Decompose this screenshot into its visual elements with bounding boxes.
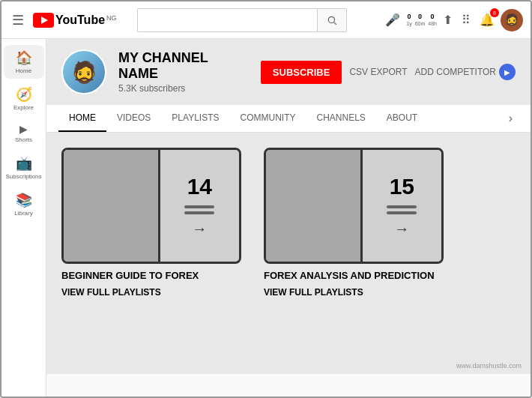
add-competitor-label: ADD COMPETITOR: [415, 67, 496, 77]
youtube-logo[interactable]: YouTube NG: [33, 13, 117, 28]
playlist-arrow-1: →: [192, 220, 207, 238]
top-nav: ☰ YouTube NG 🎤 0: [1, 1, 531, 39]
playlist-arrow-2: →: [394, 220, 409, 238]
tab-about[interactable]: ABOUT: [376, 105, 428, 132]
user-avatar-button[interactable]: 🧔: [501, 9, 523, 31]
sidebar-label-shorts: Shorts: [15, 136, 32, 143]
sidebar-label-subscriptions: Subscriptions: [5, 173, 41, 180]
tab-videos[interactable]: VIDEOS: [106, 105, 161, 132]
playlist-count-2: 15: [390, 174, 414, 199]
channel-content: 🧔 MY CHANNEL NAME 5.3K subscribers SUBSC…: [46, 39, 531, 397]
tab-community[interactable]: COMMUNITY: [230, 105, 306, 132]
sidebar-label-explore: Explore: [13, 104, 34, 111]
competitor-icon: ▶: [499, 64, 516, 80]
shorts-icon: ▶: [19, 123, 28, 135]
browser-frame: ☰ YouTube NG 🎤 0: [0, 0, 532, 398]
playlist-thumbnail-2: 15 →: [264, 148, 444, 264]
playlist-lines-1: [184, 205, 214, 214]
counter-group: 0 1y 0 60m 0 48h: [406, 13, 437, 27]
playlist-line-2a: [387, 205, 417, 208]
sidebar: 🏠 Home 🧭 Explore ▶ Shorts 📺 Subscription…: [1, 39, 46, 397]
channel-avatar-icon: 🧔: [71, 60, 97, 85]
chevron-right-icon: ›: [509, 112, 513, 124]
sidebar-label-library: Library: [14, 210, 32, 217]
csv-export-button[interactable]: CSV EXPORT: [349, 67, 407, 77]
playlist-count-1: 14: [187, 174, 212, 199]
playlist-grid: 14 → BEGINNER GUIDE TO FOREX VIEW FULL P…: [61, 148, 516, 298]
svg-line-1: [334, 22, 336, 24]
tab-channels[interactable]: CHANNELS: [306, 105, 376, 132]
channel-info: MY CHANNEL NAME 5.3K subscribers: [118, 50, 249, 94]
playlist-thumb-right-2: 15 →: [363, 150, 441, 262]
channel-tabs: HOME VIDEOS PLAYLISTS COMMUNITY CHANNELS…: [46, 105, 531, 133]
notification-badge: 8: [490, 8, 499, 17]
tab-home[interactable]: HOME: [58, 105, 106, 132]
avatar-icon: 🧔: [504, 13, 519, 27]
search-button[interactable]: [317, 8, 347, 32]
counter-num-3: 0: [431, 13, 435, 21]
playlist-title-1: BEGINNER GUIDE TO FOREX: [61, 270, 241, 281]
counter-item-1: 0 1y: [406, 13, 411, 27]
microphone-button[interactable]: 🎤: [382, 10, 403, 30]
channel-header: 🧔 MY CHANNEL NAME 5.3K subscribers SUBSC…: [46, 39, 531, 105]
upload-icon: ⬆: [443, 13, 453, 27]
playlist-line-1b: [184, 211, 214, 214]
tab-playlists[interactable]: PLAYLISTS: [161, 105, 229, 132]
counter-item-2: 0 60m: [415, 13, 426, 27]
playlist-view-link-2[interactable]: VIEW FULL PLAYLISTS: [264, 287, 444, 298]
youtube-logo-icon: [33, 13, 54, 28]
playlist-title-2: FOREX ANALYSIS AND PREDICTION: [264, 270, 444, 281]
channel-avatar: 🧔: [61, 49, 106, 94]
watermark-text: www.damshustle.com: [456, 362, 522, 370]
nav-icons: 🎤 0 1y 0 60m 0 48h: [382, 9, 523, 31]
sidebar-label-home: Home: [16, 67, 31, 74]
playlist-line-2b: [387, 211, 417, 214]
sidebar-item-home[interactable]: 🏠 Home: [4, 45, 44, 79]
search-container: [137, 8, 347, 32]
counter-num-2: 0: [418, 13, 422, 21]
channel-subscribers: 5.3K subscribers: [118, 83, 249, 94]
counter-label-1: 1y: [406, 21, 411, 27]
youtube-country-code: NG: [106, 14, 117, 22]
tab-more-button[interactable]: ›: [503, 106, 519, 131]
sidebar-item-library[interactable]: 📚 Library: [4, 187, 44, 221]
counter-label-2: 60m: [415, 21, 426, 27]
svg-point-0: [328, 16, 334, 22]
sidebar-item-explore[interactable]: 🧭 Explore: [4, 82, 44, 115]
microphone-icon: 🎤: [385, 13, 400, 27]
playlist-line-1a: [184, 205, 214, 208]
search-icon: [327, 15, 337, 25]
playlist-thumb-left-2: [266, 150, 363, 262]
home-icon: 🏠: [16, 49, 32, 66]
sidebar-item-shorts[interactable]: ▶ Shorts: [4, 118, 44, 148]
subscriptions-icon: 📺: [16, 155, 32, 172]
explore-icon: 🧭: [16, 86, 32, 103]
playlist-lines-2: [387, 205, 417, 214]
channel-actions: SUBSCRIBE CSV EXPORT ADD COMPETITOR ▶: [261, 61, 516, 84]
playlist-card-1[interactable]: 14 → BEGINNER GUIDE TO FOREX VIEW FULL P…: [61, 148, 241, 298]
library-icon: 📚: [16, 192, 32, 208]
playlist-thumb-left-1: [64, 150, 160, 262]
playlist-thumbnail-1: 14 →: [61, 148, 241, 264]
apps-button[interactable]: ⠿: [459, 10, 474, 30]
counter-label-3: 48h: [428, 21, 437, 27]
notifications-button[interactable]: 🔔 8: [477, 10, 498, 30]
counter-row: 0 1y 0 60m 0 48h: [406, 13, 437, 27]
channel-name: MY CHANNEL NAME: [118, 50, 249, 82]
youtube-logo-text: YouTube: [55, 13, 105, 27]
playlist-section: 14 → BEGINNER GUIDE TO FOREX VIEW FULL P…: [46, 133, 531, 358]
footer-watermark: www.damshustle.com: [46, 358, 531, 374]
counter-item-3: 0 48h: [428, 13, 437, 27]
add-competitor-button[interactable]: ADD COMPETITOR ▶: [415, 64, 516, 80]
counter-num-1: 0: [407, 13, 411, 21]
playlist-thumb-right-1: 14 →: [160, 150, 239, 262]
upload-button[interactable]: ⬆: [440, 10, 456, 30]
search-input[interactable]: [137, 8, 317, 32]
hamburger-button[interactable]: ☰: [9, 9, 27, 31]
sidebar-item-subscriptions[interactable]: 📺 Subscriptions: [4, 151, 44, 184]
apps-icon: ⠿: [462, 13, 471, 27]
playlist-view-link-1[interactable]: VIEW FULL PLAYLISTS: [61, 287, 241, 298]
playlist-card-2[interactable]: 15 → FOREX ANALYSIS AND PREDICTION VIEW …: [264, 148, 444, 298]
subscribe-button[interactable]: SUBSCRIBE: [261, 61, 342, 84]
main-content: 🏠 Home 🧭 Explore ▶ Shorts 📺 Subscription…: [1, 39, 531, 397]
